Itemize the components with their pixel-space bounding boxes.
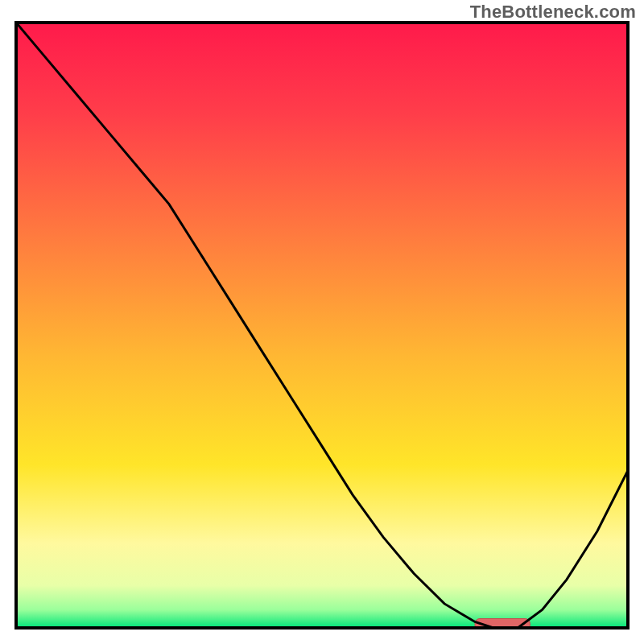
gradient-background xyxy=(16,23,628,628)
bottleneck-chart xyxy=(0,0,644,644)
chart-container: { "watermark": "TheBottleneck.com", "cha… xyxy=(0,0,644,644)
watermark-text: TheBottleneck.com xyxy=(470,2,636,23)
